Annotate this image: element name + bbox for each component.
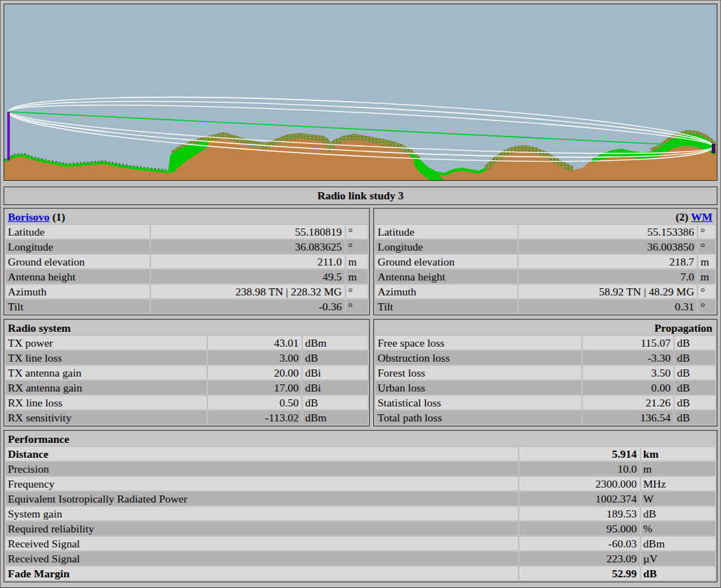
table-row: Received Signal -60.03 dBm — [6, 537, 715, 550]
table-row: Required reliability 95.000 % — [6, 522, 715, 535]
site-tables-row: Borisovo (1) Latitude 55.180819 ° Longit… — [4, 208, 717, 315]
row-label: Longitude — [375, 240, 517, 253]
site-link-wm[interactable]: WM — [691, 211, 712, 223]
page-title: Radio link study 3 — [6, 189, 715, 203]
table-row: RX sensitivity -113.02 dBm — [6, 411, 368, 424]
row-label: Fade Margin — [6, 567, 518, 580]
row-unit: W — [641, 492, 715, 505]
row-unit: dBm — [303, 411, 368, 424]
row-value: 43.01 — [208, 336, 301, 350]
row-label: Distance — [6, 447, 518, 461]
row-unit: dB — [675, 411, 715, 424]
site-right-header: (2) WM — [375, 210, 715, 224]
table-row: Tilt -0.36 ° — [6, 300, 368, 313]
table-row: Tilt 0.31 ° — [375, 300, 715, 313]
radio-propagation-row: Radio system TX power 43.01 dBm TX line … — [4, 319, 717, 426]
row-value: 58.92 TN | 48.29 MG — [519, 285, 697, 298]
row-label: Total path loss — [375, 411, 581, 424]
table-row: Azimuth 58.92 TN | 48.29 MG ° — [375, 285, 715, 298]
row-value: 36.003850 — [519, 240, 697, 253]
table-row: Antenna height 49.5 m — [6, 270, 368, 283]
table-row: Equivalent Isotropically Radiated Power … — [6, 492, 715, 505]
table-row: Antenna height 7.0 m — [375, 270, 715, 283]
row-unit: % — [641, 522, 715, 535]
row-label: Azimuth — [6, 285, 150, 298]
row-label: Required reliability — [6, 522, 518, 535]
row-value: 3.50 — [583, 366, 674, 379]
table-row: Forest loss 3.50 dB — [375, 366, 715, 379]
row-value: 238.98 TN | 228.32 MG — [151, 285, 345, 298]
row-value: -113.02 — [208, 411, 301, 424]
row-value: 0.50 — [208, 396, 301, 409]
row-value: 1002.374 — [519, 492, 640, 505]
site-left-index: (1) — [52, 211, 65, 223]
row-value: 223.09 — [519, 552, 640, 565]
row-label: Latitude — [6, 225, 150, 238]
table-row: Frequency 2300.000 MHz — [6, 477, 715, 490]
radio-system-header-row: Radio system — [6, 321, 368, 335]
row-unit: dB — [675, 336, 715, 350]
row-unit: dB — [675, 366, 715, 379]
performance-header-row: Performance — [6, 432, 715, 446]
row-label: System gain — [6, 507, 518, 520]
site-table-left: Borisovo (1) Latitude 55.180819 ° Longit… — [4, 208, 370, 315]
table-row: Urban loss 0.00 dB — [375, 381, 715, 394]
row-value: -0.36 — [151, 300, 345, 313]
row-unit: ° — [346, 225, 368, 238]
table-row: Obstruction loss -3.30 dB — [375, 351, 715, 364]
table-row: Statistical loss 21.26 dB — [375, 396, 715, 409]
row-label: Azimuth — [375, 285, 517, 298]
row-value: 5.914 — [519, 447, 640, 461]
row-unit: ° — [698, 285, 715, 298]
table-row: TX antenna gain 20.00 dBi — [6, 366, 368, 379]
row-unit: dB — [303, 396, 368, 409]
row-unit: µV — [641, 552, 715, 565]
table-row: RX antenna gain 17.00 dBi — [6, 381, 368, 394]
row-value: 211.0 — [151, 255, 345, 268]
table-row: Latitude 55.153386 ° — [375, 225, 715, 238]
table-row: Longitude 36.083625 ° — [6, 240, 368, 253]
table-row: System gain 189.53 dB — [6, 507, 715, 520]
row-unit: m — [641, 462, 715, 476]
row-unit: dBi — [303, 366, 368, 379]
row-value: 52.99 — [519, 567, 640, 580]
propagation-table: Propagation Free space loss 115.07 dB Ob… — [373, 319, 717, 426]
row-unit: dB — [641, 507, 715, 520]
row-unit: dB — [303, 351, 368, 364]
row-label: Precision — [6, 462, 518, 476]
row-unit: ° — [346, 285, 368, 298]
row-label: Frequency — [6, 477, 518, 490]
row-unit: MHz — [641, 477, 715, 490]
propagation-header: Propagation — [375, 321, 715, 335]
row-label: TX antenna gain — [6, 366, 207, 379]
radio-system-header: Radio system — [6, 321, 368, 335]
row-label: Tilt — [6, 300, 150, 313]
row-label: Free space loss — [375, 336, 581, 350]
terrain-profile-svg — [4, 4, 717, 180]
row-value: 20.00 — [208, 366, 301, 379]
row-label: Urban loss — [375, 381, 581, 394]
row-value: 21.26 — [583, 396, 674, 409]
row-unit: dB — [641, 567, 715, 580]
row-value: 115.07 — [583, 336, 674, 350]
row-unit: ° — [346, 300, 368, 313]
row-value: 55.180819 — [151, 225, 345, 238]
table-row: Precision 10.0 m — [6, 462, 715, 476]
site-link-borisovo[interactable]: Borisovo — [8, 211, 50, 223]
table-row: TX power 43.01 dBm — [6, 336, 368, 350]
row-value: 55.153386 — [519, 225, 697, 238]
table-row: Azimuth 238.98 TN | 228.32 MG ° — [6, 285, 368, 298]
propagation-header-row: Propagation — [375, 321, 715, 335]
row-unit: dBm — [303, 336, 368, 350]
table-row: Latitude 55.180819 ° — [6, 225, 368, 238]
row-label: Received Signal — [6, 552, 518, 565]
row-unit: km — [641, 447, 715, 461]
row-value: 7.0 — [519, 270, 697, 283]
row-unit: dB — [675, 381, 715, 394]
row-label: Ground elevation — [375, 255, 517, 268]
row-label: TX power — [6, 336, 207, 350]
row-value: 218.7 — [519, 255, 697, 268]
row-label: Received Signal — [6, 537, 518, 550]
site-right-index: (2) — [675, 211, 688, 223]
site-right-header-row: (2) WM — [375, 210, 715, 224]
